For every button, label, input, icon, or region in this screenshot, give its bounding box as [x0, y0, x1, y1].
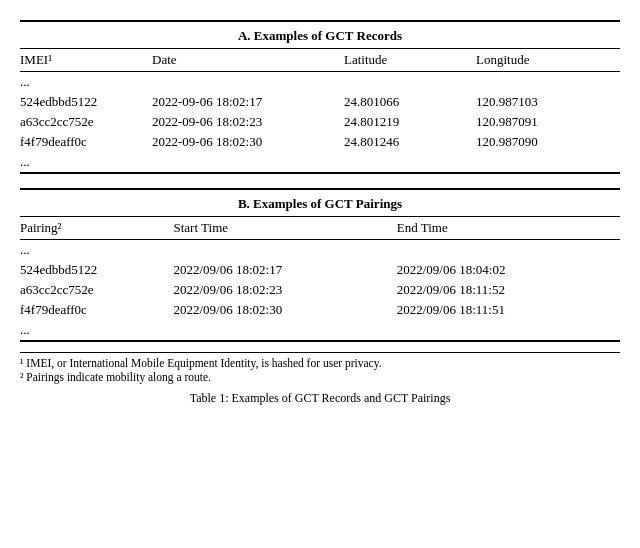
- table-row: 524edbbd5122 2022-09-06 18:02:17 24.8010…: [20, 92, 620, 112]
- table-row: f4f79deaff0c 2022/09/06 18:02:30 2022/09…: [20, 300, 620, 320]
- col-header-end-time: End Time: [397, 217, 620, 240]
- table-row: 524edbbd5122 2022/09/06 18:02:17 2022/09…: [20, 260, 620, 280]
- table-b: B. Examples of GCT Pairings Pairing² Sta…: [20, 188, 620, 342]
- table-row: ...: [20, 72, 620, 93]
- table-a: A. Examples of GCT Records IMEI¹ Date La…: [20, 20, 620, 174]
- footnote-2: ² Pairings indicate mobility along a rou…: [20, 371, 620, 383]
- col-header-date: Date: [152, 49, 344, 72]
- col-header-start-time: Start Time: [173, 217, 396, 240]
- table-b-header: Pairing² Start Time End Time: [20, 217, 620, 240]
- footnote-area: ¹ IMEI, or International Mobile Equipmen…: [20, 352, 620, 383]
- table-row: f4f79deaff0c 2022-09-06 18:02:30 24.8012…: [20, 132, 620, 152]
- table-row: ...: [20, 240, 620, 261]
- col-header-pairing: Pairing²: [20, 217, 173, 240]
- page-container: A. Examples of GCT Records IMEI¹ Date La…: [20, 20, 620, 406]
- section-a-title: A. Examples of GCT Records: [20, 22, 620, 48]
- table-row: a63cc2cc752e 2022-09-06 18:02:23 24.8012…: [20, 112, 620, 132]
- table-row: ...: [20, 320, 620, 341]
- table-row: a63cc2cc752e 2022/09/06 18:02:23 2022/09…: [20, 280, 620, 300]
- footnote-1: ¹ IMEI, or International Mobile Equipmen…: [20, 357, 620, 369]
- table-row: ...: [20, 152, 620, 173]
- table-caption: Table 1: Examples of GCT Records and GCT…: [20, 391, 620, 406]
- col-header-imei: IMEI¹: [20, 49, 152, 72]
- section-a: A. Examples of GCT Records IMEI¹ Date La…: [20, 20, 620, 174]
- section-b: B. Examples of GCT Pairings Pairing² Sta…: [20, 188, 620, 342]
- col-header-latitude: Latitude: [344, 49, 476, 72]
- section-b-title: B. Examples of GCT Pairings: [20, 190, 620, 216]
- col-header-longitude: Longitude: [476, 49, 620, 72]
- table-a-header: IMEI¹ Date Latitude Longitude: [20, 49, 620, 72]
